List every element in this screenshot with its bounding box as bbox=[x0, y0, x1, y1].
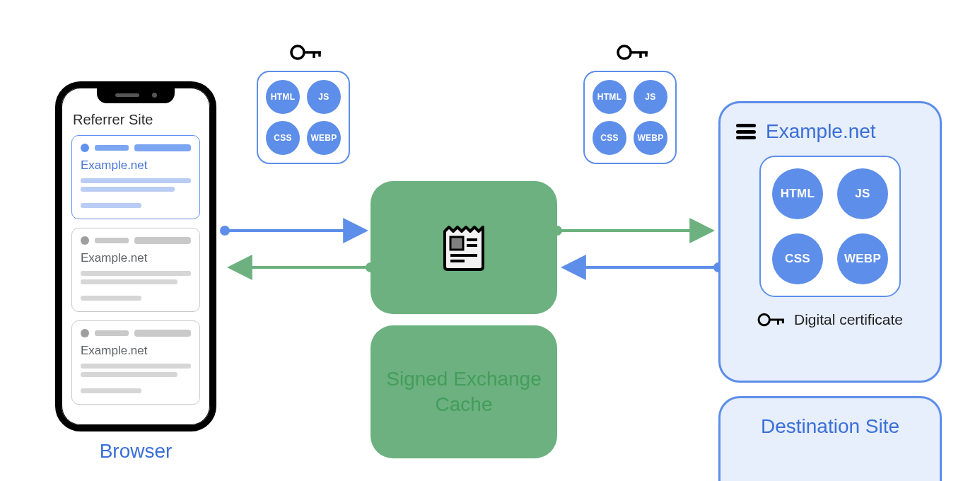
chip-css: CSS bbox=[266, 121, 300, 155]
svg-point-8 bbox=[291, 46, 304, 59]
cache-label: Signed Exchange Cache bbox=[371, 325, 557, 458]
card-site-name: Example.net bbox=[81, 158, 191, 173]
destination-label: Destination Site bbox=[718, 396, 942, 481]
digital-certificate-label: Digital certificate bbox=[794, 311, 903, 328]
referrer-site-title: Referrer Site bbox=[71, 112, 200, 128]
card-site-name: Example.net bbox=[81, 251, 191, 265]
signed-package-right: HTML JS CSS WEBP bbox=[583, 71, 677, 164]
destination-site-box: Example.net HTML JS CSS WEBP Digital cer… bbox=[718, 101, 942, 383]
chip-html: HTML bbox=[266, 80, 300, 114]
card-site-name: Example.net bbox=[81, 344, 191, 358]
phone-notch bbox=[97, 86, 175, 103]
destination-title: Example.net bbox=[766, 120, 876, 143]
key-icon bbox=[757, 311, 786, 328]
hamburger-icon bbox=[736, 124, 756, 139]
key-icon bbox=[617, 42, 649, 65]
result-card: Example.net bbox=[71, 228, 200, 312]
svg-point-12 bbox=[618, 46, 631, 59]
chip-js: JS bbox=[307, 80, 341, 114]
key-icon bbox=[290, 42, 322, 65]
svg-point-0 bbox=[220, 226, 230, 236]
result-card-highlighted: Example.net bbox=[71, 135, 200, 219]
svg-point-21 bbox=[759, 314, 769, 325]
destination-package: HTML JS CSS WEBP bbox=[759, 156, 901, 297]
chip-webp: WEBP bbox=[837, 233, 888, 284]
signed-exchange-cache bbox=[371, 181, 557, 314]
browser-label: Browser bbox=[55, 440, 216, 463]
signed-package-left: HTML JS CSS WEBP bbox=[257, 71, 350, 164]
chip-css: CSS bbox=[772, 233, 823, 284]
chip-js: JS bbox=[837, 168, 888, 219]
chip-html: HTML bbox=[772, 168, 823, 219]
newspaper-icon bbox=[436, 220, 491, 275]
chip-html: HTML bbox=[593, 80, 626, 114]
chip-js: JS bbox=[634, 80, 667, 114]
chip-css: CSS bbox=[593, 121, 626, 155]
chip-webp: WEBP bbox=[634, 121, 667, 155]
chip-webp: WEBP bbox=[307, 121, 341, 155]
svg-rect-16 bbox=[450, 237, 463, 250]
browser-phone: Referrer Site Example.net Example.net E bbox=[55, 81, 216, 431]
result-card: Example.net bbox=[71, 320, 200, 405]
